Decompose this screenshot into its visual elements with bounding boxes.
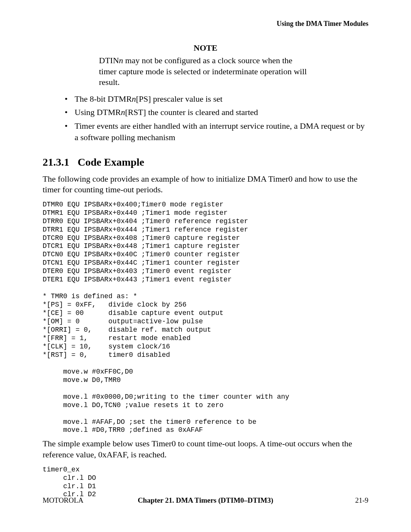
bullet1-post: [PS] prescaler value is set <box>136 94 222 104</box>
bullet-item: Using DTMRn[RST] the counter is cleared … <box>65 107 368 118</box>
note-body-pre: DTIN <box>99 56 119 65</box>
running-header: Using the DMA Timer Modules <box>43 20 368 28</box>
code-block: DTMR0 EQU IPSBARx+0x400;Timer0 mode regi… <box>43 201 368 435</box>
bullet-item: The 8-bit DTMRn[PS] prescaler value is s… <box>65 93 368 105</box>
bullet-item: Timer events are either handled with an … <box>65 120 368 143</box>
footer-left: MOTOROLA <box>43 496 83 505</box>
bullet2-post: [RST] the counter is cleared and started <box>125 107 258 117</box>
code-block: timer0_ex clr.l DO clr.l D1 clr.l D2 <box>43 466 368 499</box>
bullet-list: The 8-bit DTMRn[PS] prescaler value is s… <box>43 93 368 143</box>
footer-center: Chapter 21. DMA Timers (DTIM0–DTIM3) <box>43 496 368 505</box>
bullet2-n: n <box>121 107 125 117</box>
section-number: 21.3.1 <box>43 156 69 168</box>
footer-right: 21-9 <box>355 496 368 505</box>
note-body: DTINn may not be configured as a clock s… <box>99 55 312 88</box>
note-title: NOTE <box>99 43 312 53</box>
note-block: NOTE DTINn may not be configured as a cl… <box>99 43 312 88</box>
section-title: Code Example <box>78 156 144 168</box>
section-heading: 21.3.1Code Example <box>43 156 368 168</box>
page-footer: MOTOROLA Chapter 21. DMA Timers (DTIM0–D… <box>43 496 368 505</box>
note-body-post: may not be configured as a clock source … <box>99 56 307 87</box>
bullet1-n: n <box>132 94 136 104</box>
bullet3-text: Timer events are either handled with an … <box>75 121 365 142</box>
note-body-n: n <box>119 56 123 65</box>
page: Using the DMA Timer Modules NOTE DTINn m… <box>0 0 411 532</box>
bullet1-pre: The 8-bit DTMR <box>75 94 132 104</box>
paragraph: The following code provides an example o… <box>43 174 368 195</box>
bullet2-pre: Using DTMR <box>75 107 121 117</box>
paragraph: The simple example below uses Timer0 to … <box>43 438 368 460</box>
